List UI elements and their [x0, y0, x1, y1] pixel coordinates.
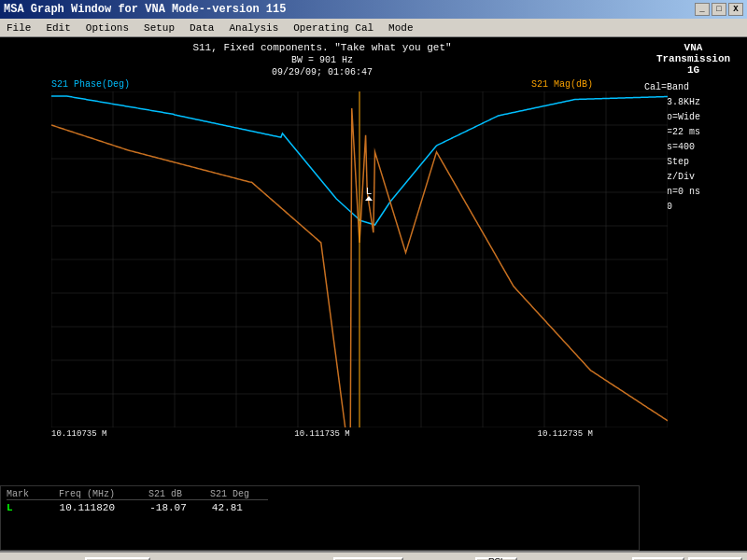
graph-datetime: 09/29/09; 01:06:47 [51, 67, 593, 77]
panel-title: VNA Transmission 1G [644, 42, 742, 76]
title-bar: MSA Graph Window for VNA Mode--version 1… [0, 0, 747, 19]
menu-bar: File Edit Options Setup Data Analysis Op… [0, 19, 747, 37]
table-header: Mark Freq (MHz) S21 dB S21 Deg [7, 489, 268, 500]
menu-analysis[interactable]: Analysis [226, 22, 281, 34]
menu-mode[interactable]: Mode [386, 22, 416, 34]
graph-title: S11, Fixed components. "Take what you ge… [51, 42, 593, 53]
title-buttons: _ □ X [695, 3, 743, 16]
bottom-controls: Marker L Delete Clear Marks - MHz + Ente… [0, 551, 747, 560]
x-label-right: 10.112735 M [538, 429, 593, 439]
data-section: Mark Freq (MHz) S21 dB S21 Deg L 10.1118… [0, 485, 747, 551]
graph-container: S11, Fixed components. "Take what you ge… [0, 37, 640, 485]
x-axis-labels: 10.110735 M 10.111735 M 10.112735 M [51, 429, 593, 439]
menu-setup[interactable]: Setup [141, 22, 177, 34]
y-left-label: S21 Phase(Deg) [51, 79, 130, 90]
menu-edit[interactable]: Edit [43, 22, 73, 34]
x-label-center: 10.111735 M [294, 429, 349, 439]
close-button[interactable]: X [728, 3, 743, 16]
maximize-button[interactable]: □ [712, 3, 726, 16]
menu-data[interactable]: Data [187, 22, 217, 34]
minimize-button[interactable]: _ [695, 3, 710, 16]
table-row: L 10.111820 -18.07 42.81 [7, 502, 268, 513]
main-content: S11, Fixed components. "Take what you ge… [0, 37, 747, 485]
graph-axis-labels: S21 Phase(Deg) S21 Mag(dB) [51, 79, 593, 90]
graph-area[interactable] [51, 91, 593, 427]
y-right-label: S21 Mag(dB) [531, 79, 593, 90]
chart-canvas [51, 91, 668, 427]
data-table: Mark Freq (MHz) S21 dB S21 Deg L 10.1118… [1, 486, 274, 516]
menu-operatingcal[interactable]: Operating Cal [290, 22, 376, 34]
x-label-left: 10.110735 M [51, 429, 106, 439]
menu-file[interactable]: File [4, 22, 34, 34]
menu-options[interactable]: Options [83, 22, 132, 34]
graph-bw: BW = 901 Hz [51, 55, 593, 65]
window-title: MSA Graph Window for VNA Mode--version 1… [4, 3, 286, 16]
data-table-area: Mark Freq (MHz) S21 dB S21 Deg L 10.1118… [0, 485, 640, 551]
